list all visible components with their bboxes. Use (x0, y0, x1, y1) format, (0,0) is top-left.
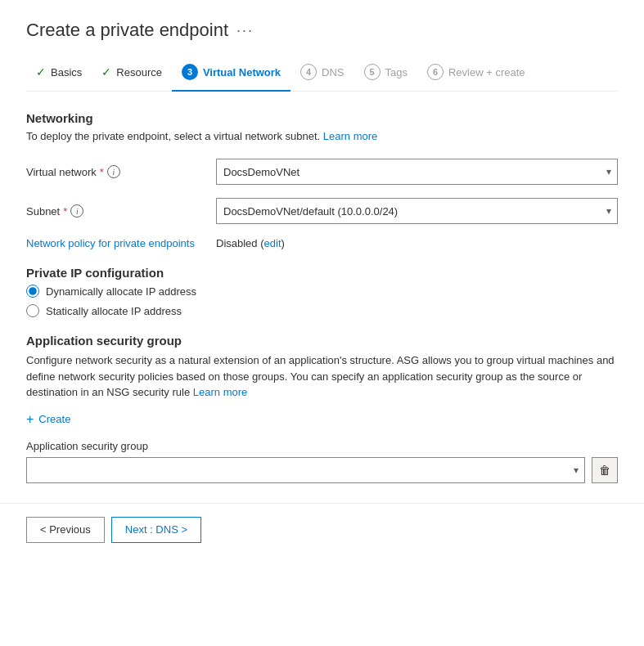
ellipsis-menu-icon[interactable]: ··· (236, 22, 254, 39)
required-star-vnet: * (100, 166, 104, 178)
radio-static-input[interactable] (26, 304, 39, 317)
subnet-row: Subnet * i DocsDemoVNet/default (10.0.0.… (26, 198, 618, 224)
step-circle-vnet: 3 (182, 64, 198, 80)
delete-icon: 🗑 (599, 464, 610, 477)
subnet-select-wrapper: DocsDemoVNet/default (10.0.0.0/24) ▾ (216, 198, 618, 224)
radio-dynamic[interactable]: Dynamically allocate IP address (26, 285, 618, 298)
asg-delete-button[interactable]: 🗑 (592, 457, 618, 483)
radio-static[interactable]: Statically allocate IP address (26, 304, 618, 317)
step-circle-review: 6 (427, 64, 444, 80)
asg-create-button[interactable]: + Create (26, 412, 70, 427)
step-resource-label: Resource (116, 66, 162, 79)
wizard-steps: ✓ Basics ✓ Resource 3 Virtual Network 4 … (26, 57, 618, 92)
step-virtual-network[interactable]: 3 Virtual Network (172, 57, 290, 92)
subnet-select[interactable]: DocsDemoVNet/default (10.0.0.0/24) (216, 198, 618, 224)
virtual-network-select-wrapper: DocsDemoVNet ▾ (216, 159, 618, 185)
virtual-network-row: Virtual network * i DocsDemoVNet ▾ (26, 159, 618, 185)
step-resource[interactable]: ✓ Resource (92, 59, 172, 90)
step-tags[interactable]: 5 Tags (354, 57, 417, 92)
asg-field-label: Application security group (26, 440, 618, 452)
step-circle-dns: 4 (300, 64, 317, 80)
step-dns[interactable]: 4 DNS (290, 57, 354, 92)
networking-description: To deploy the private endpoint, select a… (26, 130, 618, 142)
page-title: Create a private endpoint (26, 20, 228, 41)
step-review-create[interactable]: 6 Review + create (417, 57, 535, 92)
radio-dynamic-label: Dynamically allocate IP address (46, 285, 196, 298)
policy-row: Network policy for private endpoints Dis… (26, 237, 618, 249)
subnet-label: Subnet * i (26, 204, 206, 218)
asg-title: Application security group (26, 334, 618, 348)
step-virtual-network-label: Virtual Network (203, 66, 281, 79)
asg-section: Application security group Configure net… (26, 334, 618, 483)
previous-button[interactable]: < Previous (26, 517, 105, 543)
asg-description: Configure network security as a natural … (26, 352, 618, 401)
info-icon-vnet[interactable]: i (107, 165, 120, 178)
check-icon-resource: ✓ (101, 65, 111, 79)
ip-config-radio-group: Dynamically allocate IP address Statical… (26, 285, 618, 317)
asg-learn-more-link[interactable]: Learn more (193, 386, 247, 398)
policy-edit-link[interactable]: edit (264, 237, 281, 249)
step-tags-label: Tags (385, 66, 408, 79)
radio-static-label: Statically allocate IP address (46, 305, 182, 317)
check-icon-basics: ✓ (36, 65, 46, 79)
asg-select-row: ▾ 🗑 (26, 457, 618, 483)
policy-value: Disabled (edit) (216, 237, 285, 249)
next-button[interactable]: Next : DNS > (111, 517, 201, 543)
step-review-create-label: Review + create (448, 66, 525, 79)
virtual-network-label: Virtual network * i (26, 165, 206, 178)
ip-config-section: Private IP configuration Dynamically all… (26, 266, 618, 317)
plus-icon: + (26, 412, 34, 427)
asg-select-wrapper: ▾ (26, 457, 585, 483)
asg-select[interactable] (26, 457, 585, 483)
info-icon-subnet[interactable]: i (70, 204, 83, 218)
radio-dynamic-input[interactable] (26, 285, 39, 298)
step-basics[interactable]: ✓ Basics (26, 59, 92, 90)
footer: < Previous Next : DNS > (0, 504, 644, 556)
networking-section-title: Networking (26, 111, 618, 125)
step-circle-tags: 5 (364, 64, 381, 80)
networking-learn-more-link[interactable]: Learn more (323, 130, 377, 142)
step-dns-label: DNS (322, 66, 344, 79)
policy-label: Network policy for private endpoints (26, 237, 206, 249)
step-basics-label: Basics (51, 66, 82, 79)
ip-config-title: Private IP configuration (26, 266, 618, 280)
required-star-subnet: * (63, 205, 67, 218)
virtual-network-select[interactable]: DocsDemoVNet (216, 159, 618, 185)
